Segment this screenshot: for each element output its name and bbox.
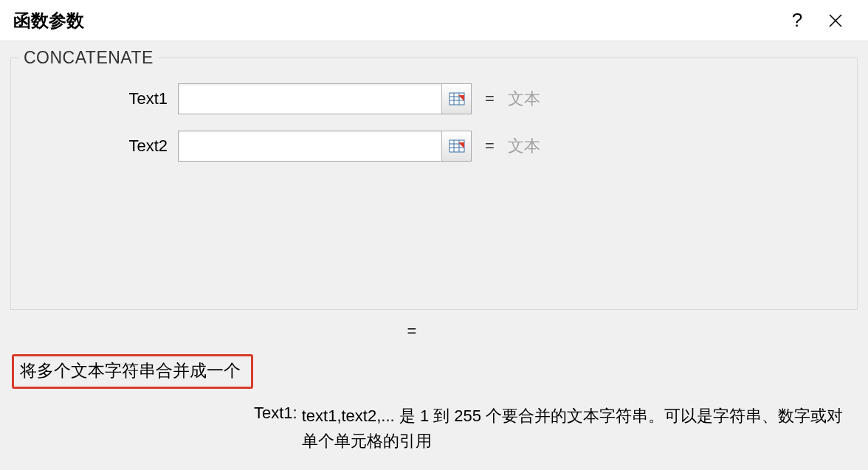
- help-button[interactable]: ?: [778, 0, 816, 41]
- close-button[interactable]: [816, 0, 855, 41]
- result-row: =: [10, 322, 858, 341]
- ref-edit-button-text2[interactable]: [441, 131, 471, 161]
- param-row-text1: Text1 = 文本: [26, 83, 842, 114]
- function-description-highlight: 将多个文本字符串合并成一个: [12, 354, 253, 389]
- ref-edit-button-text1[interactable]: [441, 84, 471, 114]
- ref-edit-icon: [449, 138, 465, 154]
- param-detail-text: text1,text2,... 是 1 到 255 个要合并的文本字符串。可以是…: [302, 404, 850, 454]
- param-input-text2[interactable]: [179, 131, 441, 161]
- equals-sign: =: [485, 136, 495, 156]
- param-row-text2: Text2 = 文本: [26, 131, 842, 162]
- param-hint-text1: 文本: [508, 88, 540, 110]
- ref-edit-icon: [449, 91, 465, 107]
- param-label-text2: Text2: [26, 136, 178, 156]
- param-detail-label: Text1:: [254, 404, 297, 454]
- param-input-wrap-text1: [178, 83, 472, 114]
- equals-sign: =: [485, 89, 495, 108]
- dialog-title: 函数参数: [13, 9, 778, 32]
- function-name-legend: CONCATENATE: [19, 48, 158, 68]
- dialog-body: CONCATENATE Text1 = 文本: [0, 41, 868, 454]
- close-icon: [828, 13, 843, 28]
- param-detail-row: Text1: text1,text2,... 是 1 到 255 个要合并的文本…: [10, 404, 858, 454]
- result-equals: =: [407, 322, 417, 340]
- param-input-text1[interactable]: [179, 84, 441, 114]
- param-input-wrap-text2: [178, 131, 472, 162]
- param-label-text1: Text1: [26, 89, 178, 108]
- params-fieldset: CONCATENATE Text1 = 文本: [10, 58, 858, 310]
- param-hint-text2: 文本: [508, 135, 540, 157]
- titlebar: 函数参数 ?: [0, 0, 868, 41]
